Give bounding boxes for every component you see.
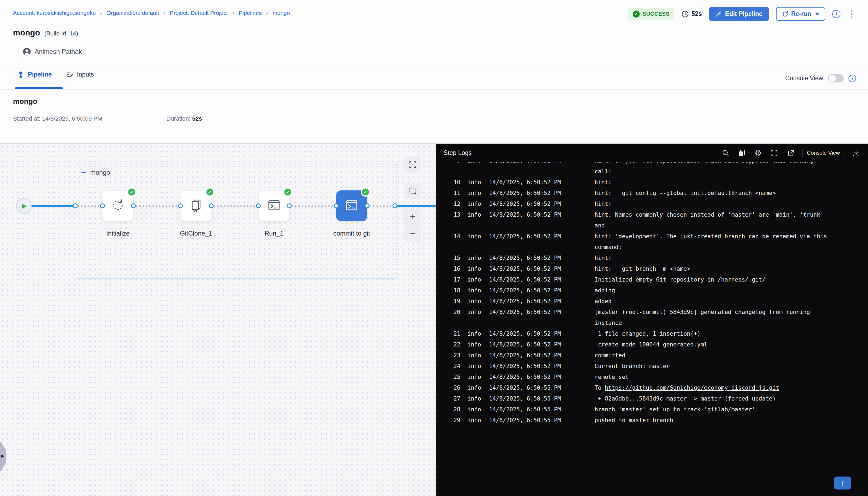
copy-logs-button[interactable]: [738, 149, 746, 157]
log-timestamp: [489, 166, 586, 177]
log-line-number: 24: [446, 361, 460, 372]
download-icon: [852, 149, 860, 157]
collapse-group-icon[interactable]: −: [81, 169, 86, 176]
scroll-to-top-button[interactable]: ↑: [834, 477, 851, 490]
log-level: info: [467, 231, 481, 242]
log-message: hint: Names commonly chosen instead of '…: [594, 209, 868, 220]
step-success-badge: ✓: [283, 187, 292, 197]
log-line-number: 23: [446, 350, 460, 361]
console-view-info-icon[interactable]: i: [849, 75, 856, 82]
select-region-button[interactable]: [404, 183, 421, 199]
log-message: Initialized empty Git repository in /har…: [594, 274, 868, 285]
log-line-number: 16: [446, 263, 460, 274]
breadcrumb-item[interactable]: Pipelines: [238, 10, 262, 16]
log-message: hint:: [594, 252, 868, 263]
kebab-menu-icon[interactable]: ⋮: [848, 10, 856, 18]
step-success-badge: ✓: [205, 187, 215, 197]
rerun-button[interactable]: Re-run: [776, 7, 825, 21]
toggle-knob: [828, 75, 836, 82]
log-level: [467, 242, 481, 252]
pipeline-canvas[interactable]: − mongo ▶ ✓Initialize ✓GitClone_1 ✓Run_1…: [0, 144, 436, 496]
log-line: 28info14/8/2025, 6:50:55 PMbranch 'maste…: [446, 404, 868, 415]
tab-pipeline-label: Pipeline: [28, 71, 52, 78]
expand-arrow-icon: ▶: [1, 453, 4, 459]
log-message: hint: git branch -m <name>: [594, 263, 868, 274]
tab-pipeline[interactable]: Pipeline: [17, 71, 52, 78]
log-message: branch 'master' set up to track 'gitlab/…: [594, 404, 868, 415]
breadcrumb-item[interactable]: Project: Default Project: [170, 10, 228, 16]
log-line: 21info14/8/2025, 6:50:52 PM 1 file chang…: [446, 328, 868, 339]
log-line: 27info14/8/2025, 6:50:55 PM + 82a6dbb...…: [446, 393, 868, 404]
group-label: mongo: [90, 169, 110, 176]
console-view-button[interactable]: Console View: [803, 148, 844, 158]
log-level: info: [467, 372, 481, 383]
open-in-new-button[interactable]: [786, 149, 795, 157]
log-line-number: 21: [446, 328, 460, 339]
log-message: hint: git config --global init.defaultBr…: [594, 188, 868, 199]
breadcrumb-item[interactable]: Account: kurosakiichigo.songoku: [13, 10, 96, 16]
tab-inputs[interactable]: Inputs: [66, 71, 94, 78]
log-message: hint:: [594, 177, 868, 188]
started-label: Started at:: [13, 115, 42, 122]
edge-port: [256, 203, 261, 208]
log-line-number: 15: [446, 252, 460, 263]
console-view-toggle[interactable]: [828, 74, 844, 82]
build-id: (Build Id: 14): [44, 30, 78, 37]
rerun-caret-icon: [815, 13, 819, 15]
log-line-number: 29: [446, 415, 460, 426]
rerun-label: Re-run: [791, 10, 811, 18]
log-message: create mode 100644 generated.yml: [594, 339, 868, 350]
fit-to-screen-button[interactable]: [404, 156, 421, 173]
log-level: info: [467, 328, 481, 339]
pipeline-step-gitclone_1[interactable]: ✓: [181, 190, 212, 221]
zoom-out-button[interactable]: −: [410, 229, 416, 238]
download-logs-button[interactable]: [852, 149, 861, 157]
success-check-icon: ✓: [633, 11, 640, 18]
edge-port: [100, 203, 105, 208]
zoom-controls: + −: [404, 208, 421, 242]
log-level: info: [467, 188, 481, 199]
log-message: [master (root-commit) 5843d9c] generated…: [594, 307, 868, 317]
active-tab-indicator: [15, 87, 63, 89]
pipeline-step-run_1[interactable]: ✓: [259, 190, 290, 221]
sync-icon: [111, 198, 125, 214]
log-link[interactable]: https://github.com/Sonichigo/economy-dis…: [605, 385, 779, 391]
pipeline-step-commit-to-git[interactable]: ✓: [336, 190, 367, 221]
log-settings-button[interactable]: ⚙: [754, 149, 762, 157]
zoom-in-button[interactable]: +: [410, 212, 416, 221]
panel-expand-handle[interactable]: ▶: [0, 441, 6, 472]
expand-logs-button[interactable]: [770, 149, 779, 157]
log-line: 14info14/8/2025, 6:50:52 PMhint: 'develo…: [446, 231, 868, 242]
fullscreen-icon: [771, 150, 778, 157]
pipeline-step-initialize[interactable]: ✓: [103, 190, 133, 221]
stage-group-box: [76, 164, 397, 279]
edit-pipeline-button[interactable]: Edit Pipeline: [709, 7, 769, 21]
log-level: info: [467, 404, 481, 415]
breadcrumb-item[interactable]: mongo: [273, 10, 290, 16]
page-title: mongo: [13, 28, 40, 37]
gear-icon: ⚙: [755, 149, 762, 157]
status-badge: ✓ SUCCESS: [628, 8, 674, 20]
log-output[interactable]: 9info14/8/2025, 6:50:52 PMhint: of your …: [436, 162, 868, 496]
pencil-icon: [715, 11, 722, 17]
info-icon[interactable]: i: [832, 10, 840, 18]
log-line: 19info14/8/2025, 6:50:52 PMadded: [446, 296, 868, 307]
pipeline-start-node[interactable]: ▶: [16, 198, 32, 214]
log-line: 23info14/8/2025, 6:50:52 PMcommitted: [446, 350, 868, 361]
search-logs-button[interactable]: [722, 149, 730, 157]
log-timestamp: 14/8/2025, 6:50:52 PM: [489, 307, 586, 317]
log-line: 22info14/8/2025, 6:50:52 PM create mode …: [446, 339, 868, 350]
search-icon: [722, 149, 729, 157]
log-line: 25info14/8/2025, 6:50:52 PMremote set: [446, 372, 868, 383]
log-line-number: [446, 242, 460, 252]
step-logs-title: Step Logs: [444, 149, 472, 157]
log-line: 11info14/8/2025, 6:50:52 PMhint: git con…: [446, 188, 868, 199]
log-message: hint: of your new repositories, which wi…: [594, 162, 868, 166]
log-timestamp: 14/8/2025, 6:50:52 PM: [489, 274, 586, 285]
chevron-right-icon: ›: [232, 10, 234, 16]
edge-port: [392, 203, 397, 208]
log-line: 9info14/8/2025, 6:50:52 PMhint: of your …: [446, 162, 868, 166]
log-level: info: [467, 361, 481, 372]
log-line: 10info14/8/2025, 6:50:52 PMhint:: [446, 177, 868, 188]
breadcrumb-item[interactable]: Organization: default: [107, 10, 159, 16]
